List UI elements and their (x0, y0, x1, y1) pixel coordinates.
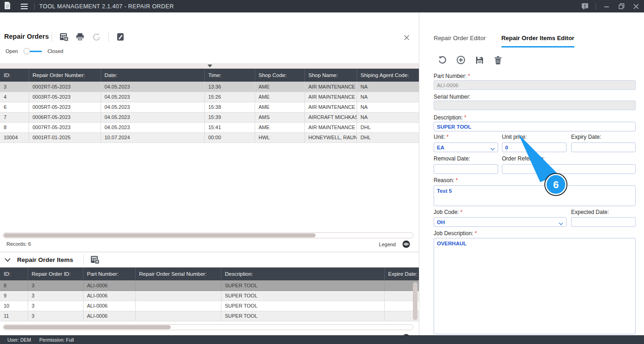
close-window-button[interactable] (632, 2, 640, 11)
table-cell: DHL (357, 132, 419, 142)
table-row[interactable]: 83ALI-0006SUPER TOOL (0, 280, 419, 291)
repair-orders-table: ID:Repair Order Number:Date:Time:Shop Co… (0, 69, 419, 143)
table-cell: 3 (28, 301, 83, 311)
table-header-row: ID:Repair Order ID:Part Number:Repair Or… (0, 267, 419, 280)
undo-icon[interactable] (437, 55, 447, 65)
table-row[interactable]: 30002RT-05-202304.05.202313:36AMEAIR MAI… (0, 82, 419, 92)
table-cell: 15:41 (204, 122, 255, 132)
excel-export-icon[interactable] (90, 255, 99, 264)
column-header[interactable]: Repair Order Number: (29, 69, 101, 82)
table-row[interactable]: 100040001RT-01-202510.07.202400:00HWLHON… (0, 132, 419, 142)
job-description-label: Job Description:* (434, 230, 477, 237)
table-cell: 15:26 (204, 92, 255, 102)
items-vertical-scrollbar[interactable] (413, 282, 417, 320)
column-header[interactable]: Shiping Agent Code: (357, 69, 419, 82)
column-header[interactable]: Date: (101, 69, 204, 82)
print-icon[interactable] (76, 33, 84, 41)
column-header[interactable]: ID: (0, 69, 29, 82)
table-cell: ALI-0006 (83, 301, 135, 311)
open-label: Open (6, 48, 18, 54)
table-cell: AME (255, 102, 304, 112)
column-header[interactable]: Time: (204, 69, 255, 82)
table-cell: 8 (0, 280, 28, 291)
table-cell: AIR MAINTENANCE E... (304, 92, 357, 102)
table-cell: AME (255, 82, 304, 92)
table-cell: AIR MAINTENANCE E... (304, 82, 357, 92)
unit-select[interactable]: EA (434, 142, 498, 152)
column-header[interactable]: Repair Order Serial Number: (135, 267, 221, 280)
tab-repair-order-editor[interactable]: Repair Order Editor (434, 35, 486, 47)
app-window: TOOL MANAGEMENT 2.1.407 - REPAIR ORDER R… (0, 0, 644, 344)
hamburger-menu-icon[interactable] (21, 4, 28, 9)
chevron-down-icon[interactable] (5, 258, 11, 262)
table-cell: 04.05.2023 (101, 92, 204, 102)
items-horizontal-scrollbar[interactable] (3, 324, 413, 330)
column-header[interactable]: ID: (0, 267, 28, 280)
orders-panel-title: Repair Orders (4, 33, 49, 40)
table-cell: NA (357, 92, 419, 102)
table-cell: 8 (0, 122, 29, 132)
table-cell: 04.05.2023 (101, 122, 204, 132)
save-icon[interactable] (474, 55, 484, 65)
removal-date-field[interactable] (434, 164, 498, 174)
chevron-down-icon (490, 146, 495, 152)
column-header[interactable]: Repair Order ID: (28, 267, 83, 280)
titlebar-separator (596, 3, 596, 10)
minimize-button[interactable] (602, 2, 611, 11)
tab-repair-order-items-editor[interactable]: Repair Order Items Editor (501, 35, 574, 47)
table-row[interactable]: 40003RT-05-202304.05.202315:26AMEAIR MAI… (0, 92, 419, 102)
order-reference-field[interactable] (502, 164, 636, 174)
table-cell: AIRCRAFT MICHKAS... (304, 112, 357, 122)
column-header[interactable]: Expire Date: (384, 267, 419, 280)
close-panel-button[interactable] (402, 33, 411, 42)
table-row[interactable]: 93ALI-0006SUPER TOOL (0, 291, 419, 301)
table-cell (135, 301, 221, 311)
closed-label: Closed (48, 48, 63, 54)
table-row[interactable]: 60005RT-05-202304.05.202315:38AMEAIR MAI… (0, 102, 419, 112)
edit-icon[interactable] (116, 33, 125, 41)
table-cell: 6 (0, 102, 29, 112)
expected-date-label: Expected Date: (571, 209, 609, 215)
reason-field[interactable]: Test 5 (434, 185, 636, 206)
column-header[interactable]: Description: (221, 267, 384, 280)
scrollbar-thumb[interactable] (4, 233, 316, 237)
table-cell: 10 (0, 301, 28, 311)
expected-date-field[interactable] (571, 217, 636, 227)
table-cell: ALI-0006 (83, 291, 135, 301)
panel-divider (0, 252, 419, 252)
column-header[interactable]: Shop Name: (304, 69, 357, 82)
column-header[interactable]: Shop Code: (255, 69, 304, 82)
scrollbar-thumb[interactable] (4, 325, 171, 329)
trash-icon[interactable] (493, 55, 503, 65)
table-row[interactable]: 113ALI-0006SUPER TOOL (0, 311, 419, 321)
job-description-field[interactable]: OVERHAUL (434, 238, 636, 334)
table-cell: NA (357, 112, 419, 122)
job-code-select[interactable]: OH (434, 217, 566, 227)
column-header[interactable]: Part Number: (83, 267, 135, 280)
status-permission: Permission: Full (39, 337, 74, 343)
feedback-icon[interactable] (581, 2, 589, 11)
table-cell: 13:36 (204, 82, 255, 92)
add-circle-icon[interactable] (456, 55, 466, 65)
table-cell: ALI-0006 (83, 280, 135, 291)
job-code-label: Job Code:* (434, 209, 462, 215)
excel-export-icon[interactable] (60, 33, 68, 41)
open-closed-toggle[interactable] (24, 48, 42, 54)
collapse-handle[interactable] (0, 63, 419, 69)
table-cell: 0002RT-05-2023 (29, 82, 101, 92)
expiry-date-field[interactable] (571, 142, 636, 152)
table-cell: SUPER TOOL (221, 311, 384, 321)
table-cell: 3 (28, 280, 83, 291)
table-row[interactable]: 80007RT-05-202304.05.202315:41AMEAIR MAI… (0, 122, 419, 132)
table-header-row: ID:Repair Order Number:Date:Time:Shop Co… (0, 69, 419, 82)
legend-eye-icon[interactable] (402, 240, 410, 248)
unit-price-field[interactable] (502, 142, 566, 152)
chevron-down-icon (559, 221, 563, 226)
restore-button[interactable] (617, 2, 626, 11)
editor-panel: Repair Order Editor Repair Order Items E… (420, 12, 644, 335)
orders-horizontal-scrollbar[interactable] (3, 232, 413, 238)
table-row[interactable]: 103ALI-0006SUPER TOOL (0, 301, 419, 311)
description-field[interactable] (434, 122, 636, 131)
table-row[interactable]: 70006RT-05-202304.05.202315:39AMSAIRCRAF… (0, 112, 419, 122)
refresh-icon[interactable] (92, 33, 101, 42)
